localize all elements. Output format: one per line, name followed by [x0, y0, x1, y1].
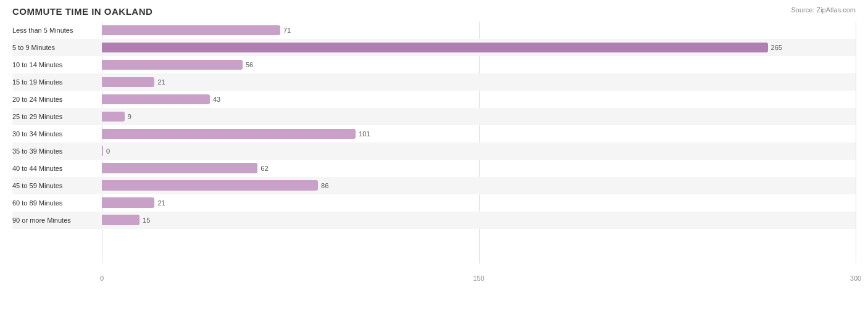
bar-fill [102, 197, 154, 208]
bar-value: 9 [128, 113, 131, 120]
chart-container: COMMUTE TIME IN OAKLAND Source: ZipAtlas… [0, 0, 868, 322]
bar-value: 71 [283, 27, 291, 34]
bar-track: 21 [102, 197, 856, 208]
bar-value: 43 [213, 96, 220, 103]
bar-value: 0 [106, 147, 110, 155]
bar-label: 35 to 39 Minutes [12, 147, 102, 155]
bar-fill [102, 43, 768, 53]
bar-value: 21 [157, 199, 165, 207]
bar-value: 101 [359, 130, 370, 138]
bar-fill [102, 112, 125, 122]
bar-row: Less than 5 Minutes71 [12, 22, 856, 39]
chart-header: COMMUTE TIME IN OAKLAND Source: ZipAtlas… [12, 6, 856, 17]
bar-label: 45 to 59 Minutes [12, 182, 102, 189]
bar-track: 86 [102, 180, 856, 191]
bar-label: 15 to 19 Minutes [12, 78, 102, 86]
bar-track: 56 [102, 60, 856, 70]
bar-value: 21 [157, 78, 165, 86]
bar-label: 10 to 14 Minutes [12, 61, 102, 68]
bar-fill [102, 60, 243, 70]
bar-track: 71 [102, 25, 856, 36]
bar-row: 5 to 9 Minutes265 [12, 39, 856, 56]
bar-label: 25 to 29 Minutes [12, 113, 102, 120]
x-axis: 0150300 [102, 266, 856, 282]
bar-value: 265 [771, 44, 782, 51]
x-axis-tick: 0 [100, 275, 104, 282]
grid-line [856, 22, 856, 263]
bar-fill [102, 77, 154, 88]
bar-row: 90 or more Minutes15 [12, 212, 856, 229]
bar-label: 60 to 89 Minutes [12, 199, 102, 207]
bar-track: 15 [102, 215, 856, 225]
bar-label: 20 to 24 Minutes [12, 96, 102, 103]
bars-area: Less than 5 Minutes715 to 9 Minutes26510… [12, 22, 856, 263]
bar-value: 86 [321, 182, 328, 189]
bar-fill [102, 146, 103, 156]
bar-row: 60 to 89 Minutes21 [12, 194, 856, 212]
chart-body: Less than 5 Minutes715 to 9 Minutes26510… [12, 22, 856, 282]
bar-fill [102, 129, 356, 139]
bar-track: 265 [102, 43, 856, 53]
bar-fill [102, 215, 140, 225]
chart-title: COMMUTE TIME IN OAKLAND [12, 6, 152, 17]
bar-label: 40 to 44 Minutes [12, 165, 102, 172]
bar-value: 15 [143, 217, 150, 224]
bar-fill [102, 94, 210, 105]
bar-label: 90 or more Minutes [12, 217, 102, 224]
bar-label: Less than 5 Minutes [12, 27, 102, 34]
bar-fill [102, 180, 318, 191]
bar-row: 25 to 29 Minutes9 [12, 108, 856, 125]
bar-fill [102, 25, 280, 36]
bar-track: 21 [102, 77, 856, 88]
x-axis-tick: 150 [473, 275, 484, 282]
bar-row: 10 to 14 Minutes56 [12, 56, 856, 73]
bar-label: 5 to 9 Minutes [12, 44, 102, 51]
bar-row: 30 to 34 Minutes101 [12, 125, 856, 142]
bar-track: 0 [102, 146, 856, 156]
bar-row: 40 to 44 Minutes62 [12, 160, 856, 177]
bar-track: 62 [102, 163, 856, 173]
bar-value: 62 [261, 165, 268, 172]
bar-row: 35 to 39 Minutes0 [12, 142, 856, 160]
bar-value: 56 [246, 61, 253, 68]
bar-row: 15 to 19 Minutes21 [12, 73, 856, 91]
bar-track: 9 [102, 112, 856, 122]
bar-track: 43 [102, 94, 856, 105]
bar-row: 20 to 24 Minutes43 [12, 91, 856, 108]
bar-row: 45 to 59 Minutes86 [12, 177, 856, 194]
x-axis-tick: 300 [850, 275, 861, 282]
bar-track: 101 [102, 129, 856, 139]
bar-fill [102, 163, 257, 173]
chart-source: Source: ZipAtlas.com [791, 6, 856, 14]
bar-label: 30 to 34 Minutes [12, 130, 102, 138]
